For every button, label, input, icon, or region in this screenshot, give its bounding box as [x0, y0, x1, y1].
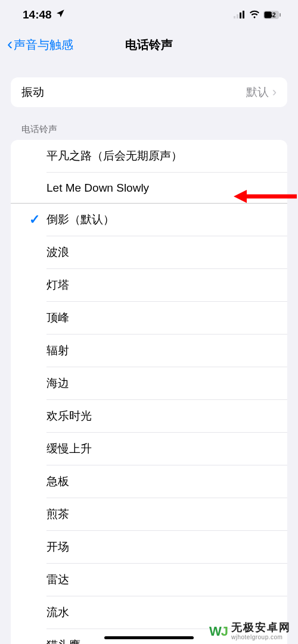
ringtone-list: 平凡之路（后会无期原声）Let Me Down Slowly ✓倒影（默认）波浪… — [11, 140, 287, 644]
ringtone-row[interactable]: 欢乐时光 — [11, 400, 287, 433]
checkmark-icon: ✓ — [23, 212, 46, 227]
watermark-logo-icon: WJ — [209, 624, 228, 639]
ringtone-label: 雷达 — [46, 564, 287, 596]
ringtone-row[interactable]: Let Me Down Slowly — [11, 173, 287, 203]
ringtone-row[interactable]: 雷达 — [11, 564, 287, 596]
back-button[interactable]: ‹ 声音与触感 — [7, 37, 73, 53]
status-bar: 14:48 52 — [0, 0, 298, 30]
ringtone-row[interactable]: 辐射 — [11, 334, 287, 367]
svg-rect-3 — [243, 11, 244, 18]
ringtone-label: 煎茶 — [46, 498, 287, 531]
ringtone-label: 倒影（默认） — [46, 204, 287, 236]
battery-icon: 52 — [263, 11, 281, 19]
status-right: 52 — [234, 8, 281, 21]
ringtone-row[interactable]: 海边 — [11, 367, 287, 400]
ringtone-label: 波浪 — [46, 236, 287, 269]
ringtone-row[interactable]: ✓倒影（默认） — [11, 204, 287, 236]
watermark-cn: 无极安卓网 — [231, 622, 291, 634]
svg-rect-6 — [280, 13, 281, 17]
ringtone-row[interactable]: 急板 — [11, 465, 287, 498]
ringtone-row[interactable]: 顶峰 — [11, 302, 287, 334]
section-header-ringtones: 电话铃声 — [11, 107, 287, 140]
ringtone-label: Let Me Down Slowly — [46, 173, 287, 203]
svg-text:52: 52 — [269, 12, 276, 18]
vibration-group: 振动 默认 › — [11, 77, 287, 107]
ringtone-row[interactable]: 缓慢上升 — [11, 433, 287, 465]
svg-rect-0 — [234, 16, 235, 18]
cellular-icon — [234, 8, 246, 21]
home-indicator[interactable] — [104, 636, 194, 639]
status-left: 14:48 — [23, 8, 65, 21]
chevron-left-icon: ‹ — [7, 36, 13, 52]
ringtone-label: 平凡之路（后会无期原声） — [46, 140, 287, 173]
page-title: 电话铃声 — [125, 37, 173, 53]
wifi-icon — [249, 8, 260, 21]
ringtone-label: 欢乐时光 — [46, 400, 287, 433]
svg-rect-2 — [240, 12, 241, 18]
chevron-right-icon: › — [272, 85, 277, 100]
vibration-row[interactable]: 振动 默认 › — [11, 77, 287, 107]
status-time: 14:48 — [23, 8, 52, 21]
watermark: WJ 无极安卓网 wjhotelgroup.com — [209, 622, 291, 640]
ringtone-label: 缓慢上升 — [46, 433, 287, 465]
ringtone-row[interactable]: 灯塔 — [11, 269, 287, 302]
ringtone-row[interactable]: 开场 — [11, 531, 287, 564]
ringtone-row[interactable]: 波浪 — [11, 236, 287, 269]
ringtone-row[interactable]: 煎茶 — [11, 498, 287, 531]
ringtone-label: 急板 — [46, 465, 287, 498]
back-label: 声音与触感 — [14, 37, 73, 53]
nav-bar: ‹ 声音与触感 电话铃声 — [0, 30, 298, 60]
watermark-en: wjhotelgroup.com — [231, 634, 291, 640]
ringtone-label: 顶峰 — [46, 302, 287, 334]
location-icon — [55, 8, 65, 21]
ringtone-label: 辐射 — [46, 334, 287, 367]
ringtone-row[interactable]: 平凡之路（后会无期原声） — [11, 140, 287, 173]
ringtone-label: 灯塔 — [46, 269, 287, 302]
vibration-value: 默认 — [246, 85, 269, 100]
ringtone-label: 海边 — [46, 367, 287, 400]
ringtone-label: 开场 — [46, 531, 287, 564]
svg-rect-1 — [237, 14, 238, 18]
vibration-label: 振动 — [21, 85, 246, 100]
